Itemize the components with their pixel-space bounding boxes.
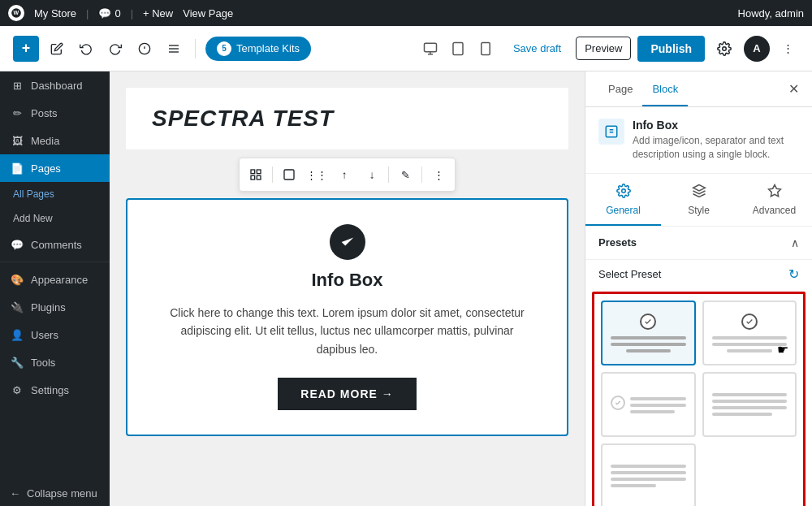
sidebar-item-dashboard[interactable]: ⊞ Dashboard: [0, 71, 110, 99]
block-icon-square: [598, 119, 624, 145]
info-box-block[interactable]: Info Box Click here to change this text.…: [126, 198, 568, 436]
spectra-button[interactable]: A: [744, 36, 770, 62]
tablet-view-button[interactable]: [445, 36, 471, 62]
template-kits-button[interactable]: 5 Template Kits: [205, 37, 311, 61]
block-down-arrow[interactable]: ↓: [359, 162, 385, 188]
comments-link[interactable]: 💬 0: [98, 7, 120, 19]
info-box-icon: [330, 224, 365, 260]
block-pencil[interactable]: ✎: [392, 162, 418, 188]
add-block-button[interactable]: +: [13, 36, 39, 62]
info-button[interactable]: [133, 37, 156, 60]
block-move-up[interactable]: [276, 162, 302, 188]
preset-card-3[interactable]: [601, 372, 696, 437]
tab-style[interactable]: Style: [661, 174, 736, 226]
preset-refresh-button[interactable]: ↻: [788, 266, 799, 282]
settings-gear-button[interactable]: [711, 36, 737, 62]
svg-rect-18: [251, 175, 255, 179]
block-toolbar: ⋮⋮ ↑ ↓ ✎ ⋮: [239, 158, 456, 192]
preset-card-4[interactable]: [702, 372, 797, 437]
device-buttons: [417, 36, 499, 62]
desktop-view-button[interactable]: [417, 36, 443, 62]
block-dots[interactable]: ⋮⋮: [304, 162, 330, 188]
sidebar-item-tools[interactable]: 🔧 Tools: [0, 348, 110, 376]
right-panel: Page Block ✕ Info Box Add image/icon, se…: [585, 71, 812, 506]
block-info-header: Info Box Add image/icon, separator and t…: [585, 107, 812, 174]
posts-icon: ✏: [10, 106, 24, 120]
sidebar-item-pages[interactable]: 📄 Pages: [0, 154, 110, 182]
block-up-arrow[interactable]: ↑: [331, 162, 357, 188]
info-box-text: Click here to change this text. Lorem ip…: [160, 304, 534, 358]
sidebar-item-plugins[interactable]: 🔌 Plugins: [0, 293, 110, 321]
more-options-button[interactable]: ⋮: [776, 37, 799, 60]
svg-point-24: [621, 188, 625, 192]
block-description: Add image/icon, separator and text descr…: [633, 134, 799, 162]
media-icon: 🖼: [10, 133, 24, 148]
info-box-title: Info Box: [160, 270, 534, 291]
list-view-button[interactable]: [162, 37, 185, 60]
sidebar-item-users[interactable]: 👤 Users: [0, 321, 110, 348]
settings-icon: ⚙: [10, 383, 24, 397]
site-name[interactable]: My Store: [34, 7, 76, 19]
sidebar-item-all-pages[interactable]: All Pages: [0, 182, 110, 206]
preset-card-5[interactable]: [601, 443, 696, 506]
view-page-link[interactable]: View Page: [183, 7, 233, 19]
page-title-block[interactable]: SPECTRA TEST: [126, 88, 568, 149]
tab-block[interactable]: Block: [642, 71, 688, 106]
mobile-view-button[interactable]: [473, 36, 499, 62]
sidebar-item-add-new[interactable]: Add New: [0, 206, 110, 231]
publish-button[interactable]: Publish: [637, 36, 705, 62]
add-new-label: Add New: [13, 213, 53, 224]
sidebar-item-settings[interactable]: ⚙ Settings: [0, 376, 110, 404]
collapse-menu-button[interactable]: ← Collapse menu: [0, 481, 110, 506]
sidebar-pages-label: Pages: [31, 162, 61, 175]
sidebar-posts-label: Posts: [31, 107, 58, 119]
panel-close-button[interactable]: ✕: [788, 71, 799, 106]
preset-1-lines: [611, 336, 686, 352]
sidebar-appearance-label: Appearance: [31, 274, 88, 286]
sidebar-comments-label: Comments: [31, 239, 82, 251]
all-pages-label: All Pages: [13, 188, 54, 200]
preset-5-lines: [611, 465, 686, 487]
tab-general[interactable]: General: [585, 174, 661, 226]
tab-page[interactable]: Page: [598, 71, 642, 106]
sidebar-media-label: Media: [31, 135, 59, 147]
sidebar-item-media[interactable]: 🖼 Media: [0, 127, 110, 154]
undo-button[interactable]: [75, 37, 97, 60]
sidebar-item-appearance[interactable]: 🎨 Appearance: [0, 266, 110, 293]
edit-icon-button[interactable]: [45, 37, 68, 60]
canvas-area: SPECTRA TEST ⋮⋮ ↑ ↓ ✎ ⋮ Info Box Cli: [110, 71, 585, 506]
sidebar-item-comments[interactable]: 💬 Comments: [0, 231, 110, 258]
wp-logo: W: [8, 5, 24, 21]
preset-card-2[interactable]: ☛: [702, 301, 797, 365]
svg-rect-16: [251, 170, 255, 174]
new-link[interactable]: + New: [143, 7, 173, 19]
panel-tabs: Page Block ✕: [585, 71, 812, 107]
page-title: SPECTRA TEST: [152, 106, 542, 132]
svg-rect-17: [257, 170, 261, 174]
sidebar-settings-label: Settings: [31, 384, 69, 396]
info-box-button[interactable]: READ MORE →: [278, 378, 416, 410]
sidebar-users-label: Users: [31, 329, 58, 341]
plugins-icon: 🔌: [10, 300, 24, 314]
svg-text:W: W: [14, 10, 19, 15]
appearance-icon: 🎨: [10, 272, 24, 287]
tab-advanced-label: Advanced: [753, 205, 796, 216]
preset-card-1[interactable]: [601, 301, 696, 365]
pages-icon: 📄: [10, 161, 24, 175]
template-kits-label: Template Kits: [236, 42, 300, 54]
sidebar-item-posts[interactable]: ✏ Posts: [0, 99, 110, 127]
tab-advanced[interactable]: Advanced: [736, 174, 812, 226]
svg-point-15: [723, 46, 727, 50]
redo-button[interactable]: [104, 37, 127, 60]
presets-header[interactable]: Presets ∧: [585, 227, 812, 260]
block-more[interactable]: ⋮: [425, 162, 451, 188]
tab-general-label: General: [606, 205, 641, 216]
dashboard-icon: ⊞: [10, 78, 24, 93]
preview-button[interactable]: Preview: [576, 37, 631, 60]
block-type-switcher[interactable]: [243, 162, 269, 188]
save-draft-button[interactable]: Save draft: [505, 37, 569, 59]
block-tool-sep3: [421, 167, 422, 183]
svg-rect-19: [257, 175, 261, 179]
sidebar-divider: [0, 262, 110, 262]
advanced-icon: [767, 184, 782, 201]
